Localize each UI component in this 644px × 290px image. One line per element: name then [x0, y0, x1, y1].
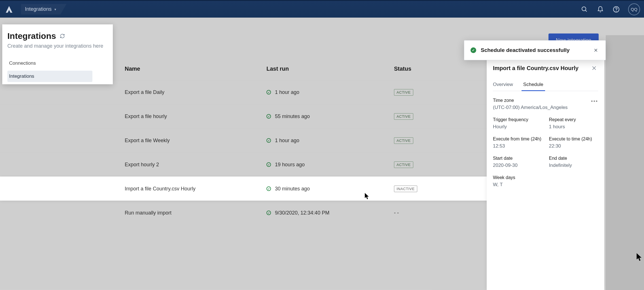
breadcrumb-label: Integrations: [25, 6, 52, 12]
row-last-run: 30 minutes ago: [275, 186, 310, 192]
svg-point-0: [582, 7, 586, 11]
right-gutter: [606, 35, 644, 290]
refresh-icon[interactable]: [60, 33, 65, 39]
row-name: Import a file Country.csv Hourly: [125, 186, 266, 192]
col-last-run: Last run: [266, 66, 394, 72]
field-label: Trigger frequency: [493, 117, 542, 122]
status-badge: ACTIVE: [394, 89, 413, 96]
field-label: End date: [549, 156, 598, 161]
toast: ✓ Schedule deactivated successfully: [464, 40, 606, 60]
detail-tabs: Overview Schedule: [493, 82, 598, 91]
bell-icon[interactable]: [596, 5, 604, 13]
row-last-run: 1 hour ago: [275, 89, 299, 95]
field-value: 1 hours: [549, 124, 598, 130]
field-label: Execute to time (24h): [549, 136, 598, 142]
status-badge: ACTIVE: [394, 137, 413, 144]
avatar[interactable]: QQ: [628, 3, 640, 15]
table-row[interactable]: Export a file Weekly 1 hour ago ACTIVE: [0, 128, 536, 152]
popover-link-connections[interactable]: Connections: [7, 58, 92, 69]
row-name: Export hourly 2: [125, 162, 266, 168]
table-row[interactable]: Run manually import 9/30/2020, 12:34:40 …: [0, 201, 536, 225]
field-label: Start date: [493, 156, 542, 161]
status-badge: ACTIVE: [394, 113, 413, 120]
help-icon[interactable]: [612, 5, 620, 13]
success-icon: ✓: [471, 47, 476, 53]
nav-breadcrumb[interactable]: Integrations ▾: [21, 4, 60, 14]
success-icon: [266, 186, 271, 191]
success-icon: [266, 138, 271, 143]
field-value: Indefinitely: [549, 163, 598, 168]
success-icon: [266, 162, 271, 167]
close-icon[interactable]: [590, 64, 598, 72]
row-last-run: 9/30/2020, 12:34:40 PM: [275, 210, 329, 216]
popover-link-integrations[interactable]: Integrations: [7, 71, 92, 82]
detail-title: Import a file Country.csv Hourly: [493, 65, 579, 72]
status-badge: ACTIVE: [394, 161, 413, 168]
success-icon: [266, 114, 271, 119]
field-label: Repeat every: [549, 117, 598, 122]
table-row[interactable]: Export hourly 2 19 hours ago ACTIVE: [0, 152, 536, 176]
popover-title: Integrations: [7, 31, 56, 41]
chevron-down-icon: ▾: [54, 7, 56, 11]
row-last-run: 1 hour ago: [275, 138, 299, 144]
row-name: Export a file Weekly: [125, 138, 266, 144]
svg-point-3: [616, 11, 617, 11]
status-text: - -: [394, 210, 399, 216]
top-nav: Integrations ▾ QQ: [0, 0, 644, 18]
tab-schedule[interactable]: Schedule: [523, 82, 543, 91]
field-value: 12:53: [493, 143, 542, 149]
avatar-initials: QQ: [631, 7, 637, 12]
close-icon[interactable]: [592, 47, 599, 54]
field-label: Execute from time (24h): [493, 136, 542, 142]
field-value: (UTC-07:00) America/Los_Angeles: [493, 105, 584, 110]
search-icon[interactable]: [581, 5, 588, 13]
status-badge: INACTIVE: [394, 186, 417, 192]
success-icon: [266, 211, 271, 215]
col-name: Name: [125, 66, 266, 72]
more-icon[interactable]: •••: [591, 98, 598, 104]
row-name: Export a file hourly: [125, 114, 266, 119]
field-value: Hourly: [493, 124, 542, 130]
table-row[interactable]: Export a file hourly 55 minutes ago ACTI…: [0, 104, 536, 128]
success-icon: [266, 90, 271, 94]
integrations-list: Name Last run Status Export a file Daily…: [0, 57, 536, 290]
detail-panel: Import a file Country.csv Hourly Overvie…: [487, 57, 604, 290]
row-name: Export a file Daily: [125, 89, 266, 95]
field-label: Week days: [493, 175, 598, 180]
integrations-popover: Integrations Create and manage your inte…: [2, 24, 113, 84]
popover-subtitle: Create and manage your integrations here: [7, 43, 112, 49]
main-surface: New integration Name Last run Status Exp…: [0, 18, 644, 290]
row-last-run: 55 minutes ago: [275, 114, 310, 119]
table-row[interactable]: Import a file Country.csv Hourly 30 minu…: [0, 176, 536, 201]
app-logo-icon[interactable]: [4, 4, 14, 14]
row-name: Run manually import: [125, 210, 266, 216]
tab-overview[interactable]: Overview: [493, 82, 513, 91]
field-value: 2020-09-30: [493, 163, 542, 168]
row-last-run: 19 hours ago: [275, 162, 305, 168]
field-value: W, T: [493, 182, 598, 188]
field-label: Time zone: [493, 98, 584, 103]
field-value: 22:30: [549, 143, 598, 149]
svg-line-1: [585, 10, 587, 12]
toast-message: Schedule deactivated successfully: [481, 47, 588, 53]
